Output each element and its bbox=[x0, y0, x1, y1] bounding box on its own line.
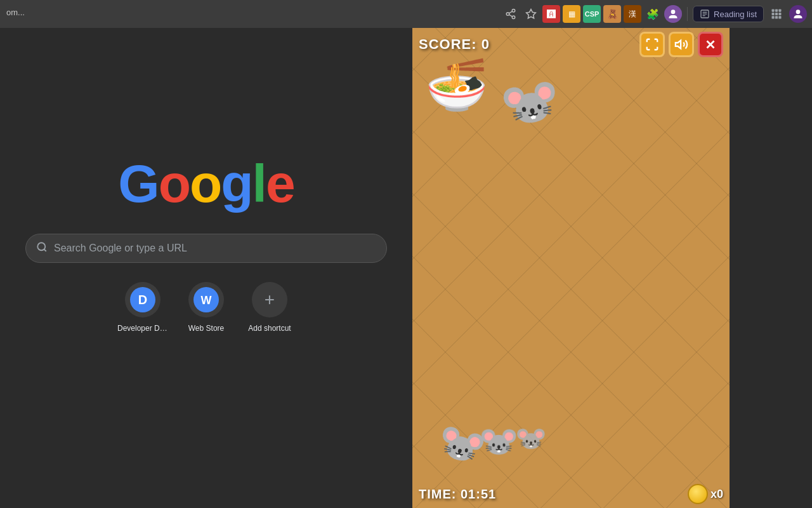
tab-loading-text: om... bbox=[6, 8, 25, 17]
ext-icon-2[interactable]: ▦ bbox=[563, 5, 580, 23]
svg-line-22 bbox=[44, 249, 46, 251]
mouse-top: 🐭 bbox=[497, 74, 565, 131]
expand-button[interactable] bbox=[639, 32, 665, 57]
profile-avatar[interactable] bbox=[789, 5, 807, 23]
ext-puzzle-icon[interactable]: 🧩 bbox=[644, 5, 662, 23]
game-toolbar: SCORE: 0 bbox=[412, 28, 730, 61]
svg-rect-15 bbox=[775, 13, 778, 15]
svg-rect-17 bbox=[772, 16, 775, 18]
shortcuts-row: D Developer Da... W Web Store + bbox=[117, 282, 295, 333]
mouse-bottom-3: 🐭 bbox=[515, 425, 547, 464]
svg-rect-19 bbox=[778, 16, 781, 18]
svg-rect-14 bbox=[772, 13, 775, 15]
ext-icon-4[interactable]: 🧸 bbox=[603, 5, 621, 23]
chrome-toolbar: om... 🅰 ▦ CSP 🧸 漢 🧩 Reading list bbox=[0, 0, 812, 28]
shortcut-icon-1: D bbox=[125, 282, 160, 318]
ext-icon-3[interactable]: CSP bbox=[583, 5, 601, 23]
coin-display: x0 bbox=[688, 484, 723, 504]
google-apps-icon[interactable] bbox=[766, 4, 787, 24]
svg-rect-18 bbox=[775, 16, 778, 18]
sound-button[interactable] bbox=[669, 32, 694, 57]
share-icon[interactable] bbox=[502, 5, 520, 23]
shortcut-icon-2: W bbox=[188, 282, 224, 318]
coin-count: x0 bbox=[710, 488, 723, 501]
game-controls bbox=[639, 32, 723, 57]
svg-rect-11 bbox=[772, 10, 775, 12]
search-bar[interactable] bbox=[25, 234, 387, 263]
time-display: TIME: 01:51 bbox=[419, 487, 496, 502]
close-game-button[interactable] bbox=[698, 32, 723, 57]
reading-list-button[interactable]: Reading list bbox=[693, 6, 764, 22]
logo-g2: g bbox=[221, 154, 252, 213]
score-display: SCORE: 0 bbox=[419, 36, 490, 53]
svg-line-4 bbox=[509, 11, 513, 13]
svg-rect-12 bbox=[775, 10, 778, 12]
shortcut-developer-da[interactable]: D Developer Da... bbox=[117, 282, 168, 333]
svg-rect-13 bbox=[778, 10, 781, 12]
mice-bottom-group: 🐭 🐭 🐭 bbox=[438, 425, 547, 464]
bookmark-star-icon[interactable] bbox=[522, 5, 540, 23]
game-panel: SCORE: 0 bbox=[412, 28, 730, 508]
svg-marker-5 bbox=[527, 10, 536, 18]
coin-icon bbox=[688, 484, 708, 504]
shortcut-label-2: Web Store bbox=[188, 324, 224, 333]
svg-text:D: D bbox=[138, 293, 147, 307]
shortcut-add[interactable]: + Add shortcut bbox=[244, 282, 295, 333]
ext-icon-5[interactable]: 漢 bbox=[624, 5, 641, 23]
user-avatar[interactable] bbox=[664, 5, 682, 23]
svg-point-2 bbox=[512, 16, 515, 19]
divider bbox=[687, 7, 688, 21]
shortcut-label-3: Add shortcut bbox=[248, 324, 291, 333]
svg-point-6 bbox=[671, 10, 676, 14]
search-input[interactable] bbox=[54, 243, 376, 254]
svg-rect-16 bbox=[778, 13, 781, 15]
svg-marker-27 bbox=[676, 41, 681, 49]
page-area: Google D Developer Da.. bbox=[0, 28, 812, 508]
svg-point-21 bbox=[37, 243, 45, 250]
svg-point-1 bbox=[506, 13, 509, 16]
newtab-area: Google D Developer Da.. bbox=[0, 28, 412, 508]
svg-line-3 bbox=[509, 15, 513, 17]
shortcut-label-1: Developer Da... bbox=[117, 324, 168, 333]
food-bowl: 🍜 bbox=[425, 60, 488, 110]
add-shortcut-icon: + bbox=[252, 282, 287, 318]
svg-point-20 bbox=[796, 10, 801, 14]
logo-o2: o bbox=[190, 154, 221, 213]
logo-o1: o bbox=[159, 154, 190, 213]
reading-list-label: Reading list bbox=[714, 10, 757, 19]
google-logo: Google bbox=[118, 153, 294, 215]
logo-l: l bbox=[252, 154, 266, 213]
mouse-bottom-1: 🐭 bbox=[434, 420, 490, 469]
shortcut-web-store[interactable]: W Web Store bbox=[181, 282, 232, 333]
svg-text:W: W bbox=[201, 294, 212, 307]
logo-g: G bbox=[118, 154, 158, 213]
search-icon bbox=[36, 241, 48, 255]
ext-icon-1[interactable]: 🅰 bbox=[542, 5, 560, 23]
svg-point-0 bbox=[512, 10, 515, 13]
logo-e: e bbox=[266, 154, 294, 213]
time-bar: TIME: 01:51 x0 bbox=[412, 480, 730, 508]
